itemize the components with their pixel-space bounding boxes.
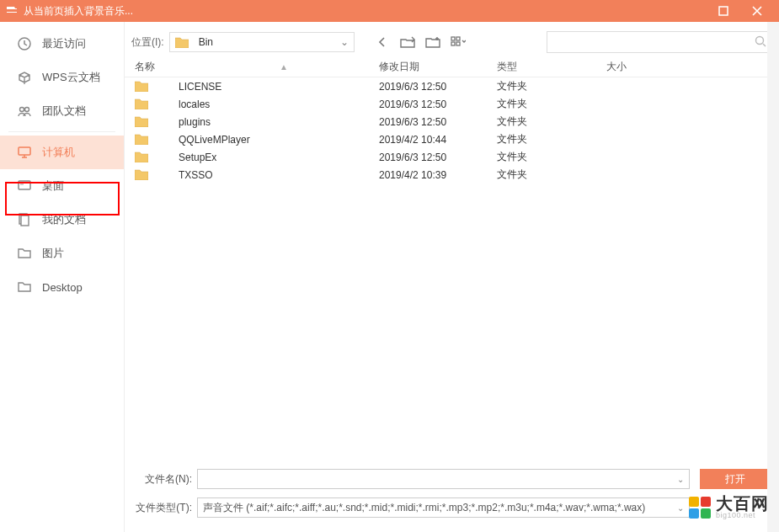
- svg-point-2: [20, 108, 24, 112]
- desktop-icon: [15, 177, 34, 195]
- divider: [8, 131, 115, 132]
- sidebar-item-label: 团队文档: [42, 104, 86, 119]
- file-name: locales: [179, 98, 210, 110]
- folder-icon: [15, 278, 34, 296]
- vertical-scrollbar[interactable]: [767, 22, 779, 532]
- filetype-combobox[interactable]: 声音文件 (*.aif;*.aifc;*.aiff;*.au;*.snd;*.m…: [197, 497, 690, 518]
- sidebar-item-label: 计算机: [42, 145, 75, 160]
- monitor-icon: [15, 143, 34, 162]
- filename-label: 文件名(N):: [131, 472, 197, 487]
- svg-rect-8: [21, 215, 29, 226]
- file-date: 2019/6/3 12:50: [379, 116, 497, 128]
- cube-icon: [15, 68, 34, 87]
- clock-icon: [15, 35, 34, 53]
- up-button[interactable]: [397, 33, 419, 51]
- close-button[interactable]: [740, 0, 774, 22]
- column-type[interactable]: 类型: [497, 60, 606, 74]
- filetype-value: 声音文件 (*.aif;*.aifc;*.aiff;*.au;*.snd;*.m…: [203, 501, 645, 515]
- file-date: 2019/6/3 12:50: [379, 152, 497, 163]
- bottom-panel: 文件名(N): ⌄ 打开 文件类型(T): 声音文件 (*.aif;*.aifc…: [125, 460, 779, 532]
- sidebar-item-label: 我的文档: [42, 212, 86, 227]
- chevron-down-icon: ⌄: [340, 36, 349, 48]
- file-type: 文件夹: [497, 132, 606, 146]
- view-options-button[interactable]: [447, 33, 469, 51]
- sidebar-item-recent[interactable]: 最近访问: [0, 27, 124, 61]
- folder-icon: [135, 152, 148, 162]
- sidebar-item-computer[interactable]: 计算机: [0, 136, 124, 169]
- filename-combobox[interactable]: ⌄: [197, 469, 690, 489]
- file-date: 2019/4/2 10:44: [379, 134, 497, 146]
- file-list: LICENSE2019/6/3 12:50文件夹locales2019/6/3 …: [125, 77, 779, 460]
- team-icon: [15, 102, 34, 120]
- file-name: SetupEx: [179, 152, 216, 163]
- file-name: QQLiveMPlayer: [179, 134, 250, 146]
- location-value: Bin: [199, 36, 213, 48]
- table-header: 名称▲ 修改日期 类型 大小: [125, 57, 779, 77]
- content-pane: 位置(I): Bin ⌄ 名称▲ 修改日期 类型 大小 LICENSE2019/…: [125, 22, 779, 532]
- column-size[interactable]: 大小: [606, 60, 779, 74]
- file-type: 文件夹: [497, 114, 606, 129]
- table-row[interactable]: locales2019/6/3 12:50文件夹: [125, 95, 779, 113]
- search-input[interactable]: [547, 36, 755, 48]
- folder-icon: [135, 116, 148, 127]
- table-row[interactable]: LICENSE2019/6/3 12:50文件夹: [125, 77, 779, 95]
- sidebar-item-label: WPS云文档: [42, 70, 100, 85]
- search-icon: [755, 35, 766, 50]
- sidebar-item-wps-cloud[interactable]: WPS云文档: [0, 61, 124, 94]
- sidebar-item-label: 最近访问: [42, 36, 86, 51]
- svg-rect-10: [456, 37, 460, 40]
- app-logo-icon: [5, 4, 19, 18]
- svg-rect-12: [456, 42, 460, 45]
- file-name: LICENSE: [179, 81, 221, 93]
- folder-icon: [135, 98, 148, 109]
- svg-rect-4: [19, 147, 30, 155]
- file-type: 文件夹: [497, 168, 606, 182]
- window-title: 从当前页插入背景音乐...: [24, 4, 707, 19]
- file-date: 2019/4/2 10:39: [379, 169, 497, 181]
- table-row[interactable]: plugins2019/6/3 12:50文件夹: [125, 113, 779, 130]
- folder-icon: [15, 244, 34, 263]
- folder-icon: [135, 81, 148, 92]
- filetype-label: 文件类型(T):: [131, 501, 197, 515]
- table-row[interactable]: SetupEx2019/6/3 12:50文件夹: [125, 148, 779, 166]
- svg-rect-0: [719, 7, 728, 15]
- column-date[interactable]: 修改日期: [379, 60, 497, 74]
- file-name: TXSSO: [179, 169, 213, 181]
- sidebar-item-label: Desktop: [42, 281, 83, 294]
- column-name[interactable]: 名称▲: [135, 60, 379, 74]
- sort-asc-icon: ▲: [280, 62, 288, 72]
- file-type: 文件夹: [497, 79, 606, 93]
- folder-icon: [175, 37, 189, 48]
- location-label: 位置(I):: [131, 35, 164, 50]
- file-date: 2019/6/3 12:50: [379, 98, 497, 110]
- file-type: 文件夹: [497, 150, 606, 164]
- open-button[interactable]: 打开: [700, 469, 771, 489]
- back-button[interactable]: [371, 33, 393, 51]
- sidebar-item-desktop-zh[interactable]: 桌面: [0, 169, 124, 203]
- svg-point-13: [756, 36, 764, 44]
- file-date: 2019/6/3 12:50: [379, 81, 497, 93]
- file-type: 文件夹: [497, 97, 606, 111]
- sidebar-item-pictures[interactable]: 图片: [0, 237, 124, 270]
- document-icon: [15, 210, 34, 229]
- maximize-button[interactable]: [707, 0, 740, 22]
- svg-rect-9: [451, 37, 455, 40]
- titlebar: 从当前页插入背景音乐...: [0, 0, 779, 22]
- watermark-url: big100.net: [716, 512, 769, 519]
- table-row[interactable]: TXSSO2019/4/2 10:39文件夹: [125, 166, 779, 184]
- sidebar-item-desktop-en[interactable]: Desktop: [0, 270, 124, 304]
- svg-rect-11: [451, 42, 455, 45]
- folder-icon: [135, 169, 148, 180]
- chevron-down-icon: ⌄: [677, 475, 684, 484]
- sidebar-item-team-docs[interactable]: 团队文档: [0, 94, 124, 128]
- svg-rect-6: [20, 183, 24, 185]
- search-box[interactable]: [547, 31, 772, 53]
- watermark: 大百网 big100.net: [689, 495, 769, 519]
- new-folder-button[interactable]: [422, 33, 444, 51]
- table-row[interactable]: QQLiveMPlayer2019/4/2 10:44文件夹: [125, 130, 779, 148]
- watermark-logo-icon: [689, 497, 711, 519]
- location-combobox[interactable]: Bin ⌄: [169, 32, 355, 52]
- sidebar-item-my-docs[interactable]: 我的文档: [0, 203, 124, 237]
- toolbar: 位置(I): Bin ⌄: [125, 27, 779, 57]
- file-name: plugins: [179, 116, 211, 128]
